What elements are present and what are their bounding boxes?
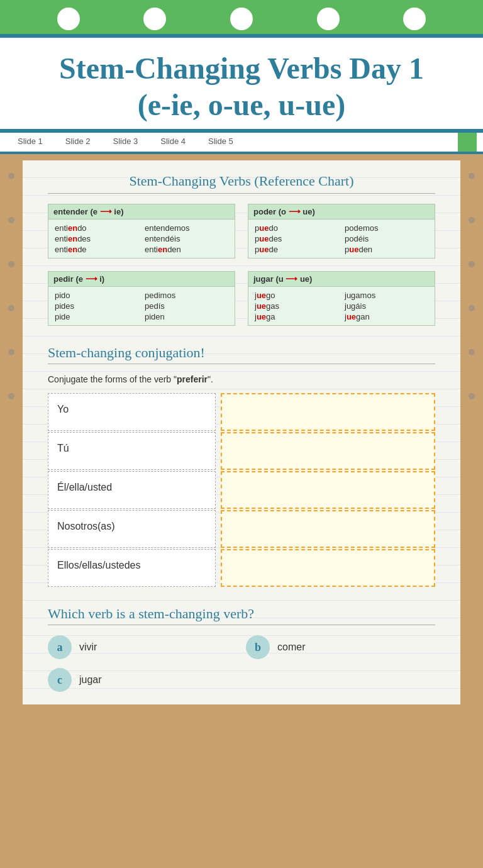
ent-form-2: entendemos [145,223,228,233]
conj-row-tu: Tú [48,432,435,470]
conjugation-practice-section: Stem-changing conjugation! Conjugate the… [48,345,435,587]
pod-form-6: pueden [345,245,428,254]
section-divider-3 [48,625,435,625]
page-title: Stem-Changing Verbs Day 1 (e-ie, o-ue, u… [13,50,470,123]
conj-rows-container: Yo Tú Él/ella/usted Nosotros(as) Ellos/e [48,393,435,587]
left-side-dots [0,154,23,711]
conj-input-ellos[interactable] [221,549,435,587]
mc-text-b: comer [277,642,305,653]
ent-form-1: entiendo [55,223,138,233]
ent-form-3: entiendes [55,234,138,243]
left-dot-5 [8,349,14,355]
right-dot-1 [469,173,475,179]
left-dot-3 [8,261,14,267]
pod-form-4: podéis [345,234,428,243]
mc-text-a: vivir [79,642,97,653]
top-dot-3 [230,8,253,30]
jug-form-6: juegan [345,312,428,321]
ped-form-6: piden [145,312,228,321]
tab-slide2[interactable]: Slide 2 [54,133,102,154]
conj-row-ellos: Ellos/ellas/ustedes [48,549,435,587]
conj-row-yo: Yo [48,393,435,431]
conjugation-section-title: Stem-changing conjugation! [48,345,435,361]
jug-form-5: juega [255,312,338,321]
entender-body: entiendo entendemos entiendes entendéis … [48,220,235,258]
pod-form-5: puede [255,245,338,254]
poder-body: puedo podemos puedes podéis puede pueden [248,220,435,258]
top-dot-4 [317,8,340,30]
section-divider-2 [48,364,435,364]
reference-chart-section: Stem-Changing Verbs (Reference Chart) en… [48,173,435,326]
conj-label-yo: Yo [48,393,216,431]
pedir-header: pedir (e ⟶ i) [48,272,235,287]
left-dot-1 [8,173,14,179]
jug-form-2: jugamos [345,291,428,300]
ped-form-3: pides [55,301,138,311]
conj-input-nosotros[interactable] [221,510,435,548]
entender-header: entender (e ⟶ ie) [48,204,235,220]
conj-label-ellos: Ellos/ellas/ustedes [48,549,216,587]
top-dot-5 [403,8,426,30]
jug-form-3: juegas [255,301,338,311]
left-dot-4 [8,305,14,311]
mc-option-a[interactable]: a vivir [48,635,237,659]
mc-circle-a: a [48,635,72,659]
right-dot-2 [469,217,475,223]
title-section: Stem-Changing Verbs Day 1 (e-ie, o-ue, u… [0,38,483,133]
verb-chart-entender: entender (e ⟶ ie) entiendo entendemos en… [48,204,235,259]
mc-text-c: jugar [79,674,102,686]
jug-form-4: jugáis [345,301,428,311]
mc-option-b[interactable]: b comer [246,635,435,659]
title-line2: (e-ie, o-ue, u-ue) [138,88,346,121]
right-dot-3 [469,261,475,267]
verb-name: preferir [177,374,208,384]
pedir-body: pido pedimos pides pedís pide piden [48,287,235,325]
left-dot-6 [8,393,14,399]
verb-chart-pedir: pedir (e ⟶ i) pido pedimos pides pedís p… [48,271,235,326]
ped-form-4: pedís [145,301,228,311]
right-dot-4 [469,305,475,311]
mc-section-title: Which verb is a stem-changing verb? [48,606,435,622]
tab-slide1[interactable]: Slide 1 [6,133,54,154]
conj-label-nosotros: Nosotros(as) [48,510,216,548]
multiple-choice-section: Which verb is a stem-changing verb? a vi… [48,606,435,692]
top-dot-1 [57,8,80,30]
tab-slide3[interactable]: Slide 3 [102,133,150,154]
tab-bar: Slide 1 Slide 2 Slide 3 Slide 4 Slide 5 [0,133,483,154]
top-bar [0,0,483,38]
charts-grid: entender (e ⟶ ie) entiendo entendemos en… [48,204,435,326]
tab-slide4[interactable]: Slide 4 [149,133,197,154]
ped-form-1: pido [55,291,138,300]
notebook-area: Stem-Changing Verbs (Reference Chart) en… [23,160,460,704]
conj-label-el: Él/ella/usted [48,471,216,509]
conj-input-el[interactable] [221,471,435,509]
ped-form-5: pide [55,312,138,321]
verb-chart-poder: poder (o ⟶ ue) puedo podemos puedes podé… [248,204,435,259]
verb-chart-jugar: jugar (u ⟶ ue) juego jugamos juegas jugá… [248,271,435,326]
poder-header: poder (o ⟶ ue) [248,204,435,220]
conj-input-yo[interactable] [221,393,435,431]
title-line1: Stem-Changing Verbs Day 1 [59,52,424,85]
tab-slide5[interactable]: Slide 5 [197,133,245,154]
conj-input-tu[interactable] [221,432,435,470]
mc-options-grid: a vivir b comer c jugar [48,635,435,692]
conj-row-nosotros: Nosotros(as) [48,510,435,548]
ent-form-6: entienden [145,245,228,254]
right-dot-6 [469,393,475,399]
main-content: Stem-Changing Verbs (Reference Chart) en… [0,154,483,711]
mc-option-c[interactable]: c jugar [48,668,237,692]
right-dot-5 [469,349,475,355]
pod-form-2: podemos [345,223,428,233]
jug-form-1: juego [255,291,338,300]
pod-form-1: puedo [255,223,338,233]
section-divider-1 [48,193,435,194]
conjugation-instruction: Conjugate the forms of the verb "preferi… [48,374,435,384]
top-dot-2 [143,8,166,30]
tab-green-indicator [458,133,477,152]
ent-form-5: entiende [55,245,138,254]
right-side-dots [460,154,483,711]
ped-form-2: pedimos [145,291,228,300]
pod-form-3: puedes [255,234,338,243]
ent-form-4: entendéis [145,234,228,243]
left-dot-2 [8,217,14,223]
